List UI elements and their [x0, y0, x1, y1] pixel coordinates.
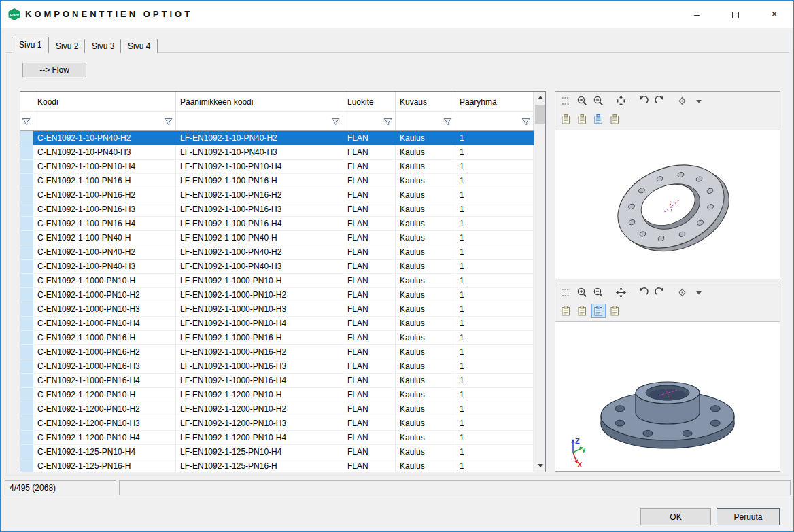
cell-luokite[interactable]: FLAN: [343, 359, 396, 374]
cell-luokite[interactable]: FLAN: [343, 388, 396, 402]
cell-paaryhma[interactable]: 1: [455, 431, 534, 445]
rotate-cw-icon[interactable]: [653, 285, 667, 300]
table-row[interactable]: C-EN1092-1-1000-PN10-H2LF-EN1092-1-1000-…: [20, 288, 534, 302]
cell-kuvaus[interactable]: Kaulus: [396, 145, 455, 160]
orbit-icon[interactable]: [675, 285, 689, 300]
view-capture-icon-4[interactable]: [608, 304, 622, 318]
cancel-button[interactable]: Peruuta: [717, 508, 780, 525]
cell-paaryhma[interactable]: 1: [455, 245, 534, 260]
cell-koodi[interactable]: C-EN1092-1-100-PN16-H: [33, 174, 176, 188]
cell-paanimikkeen-koodi[interactable]: LF-EN1092-1-10-PN40-H3: [176, 145, 343, 160]
row-selector-cell[interactable]: [20, 431, 33, 445]
cell-luokite[interactable]: FLAN: [343, 331, 396, 345]
cell-kuvaus[interactable]: Kaulus: [396, 131, 455, 145]
cell-paaryhma[interactable]: 1: [455, 274, 534, 288]
row-selector-cell[interactable]: [20, 245, 33, 260]
cell-koodi[interactable]: C-EN1092-1-1000-PN16-H3: [33, 359, 176, 374]
cell-kuvaus[interactable]: Kaulus: [396, 459, 455, 472]
filter-cell-luokite[interactable]: [343, 112, 396, 130]
cell-luokite[interactable]: FLAN: [343, 174, 396, 188]
cell-kuvaus[interactable]: Kaulus: [396, 416, 455, 431]
cell-kuvaus[interactable]: Kaulus: [396, 274, 455, 288]
row-selector-cell[interactable]: [20, 459, 33, 472]
zoom-out-icon[interactable]: [591, 94, 606, 108]
filter-cell-paaryhma[interactable]: [455, 112, 534, 130]
cell-luokite[interactable]: FLAN: [343, 160, 396, 174]
rotate-ccw-icon[interactable]: [636, 285, 651, 300]
cell-koodi[interactable]: C-EN1092-1-1200-PN10-H4: [33, 431, 176, 445]
cell-paaryhma[interactable]: 1: [455, 131, 534, 145]
column-header-koodi[interactable]: Koodi: [33, 92, 176, 112]
table-row[interactable]: C-EN1092-1-1200-PN10-H2LF-EN1092-1-1200-…: [20, 402, 534, 416]
cell-luokite[interactable]: FLAN: [343, 188, 396, 202]
rotate-cw-icon[interactable]: [653, 94, 667, 108]
table-row[interactable]: C-EN1092-1-10-PN40-H2LF-EN1092-1-10-PN40…: [20, 131, 534, 145]
row-selector-cell[interactable]: [20, 402, 33, 416]
cell-kuvaus[interactable]: Kaulus: [396, 217, 455, 231]
row-selector-cell[interactable]: [20, 359, 33, 374]
cell-kuvaus[interactable]: Kaulus: [396, 302, 455, 317]
cell-paanimikkeen-koodi[interactable]: LF-EN1092-1-1200-PN10-H2: [176, 402, 343, 416]
filter-icon[interactable]: [331, 117, 340, 129]
cell-paaryhma[interactable]: 1: [455, 459, 534, 472]
table-row[interactable]: C-EN1092-1-125-PN16-HLF-EN1092-1-125-PN1…: [20, 459, 534, 472]
cell-paaryhma[interactable]: 1: [455, 374, 534, 388]
cell-paanimikkeen-koodi[interactable]: LF-EN1092-1-100-PN10-H4: [176, 160, 343, 174]
filter-cell-selector[interactable]: [20, 112, 33, 130]
scrollbar-thumb[interactable]: [535, 105, 545, 124]
cell-koodi[interactable]: C-EN1092-1-1200-PN10-H3: [33, 416, 176, 431]
row-selector-cell[interactable]: [20, 202, 33, 217]
table-row[interactable]: C-EN1092-1-100-PN40-HLF-EN1092-1-100-PN4…: [20, 231, 534, 245]
cell-kuvaus[interactable]: Kaulus: [396, 431, 455, 445]
cell-paanimikkeen-koodi[interactable]: LF-EN1092-1-10-PN40-H2: [176, 131, 343, 145]
cell-koodi[interactable]: C-EN1092-1-1000-PN16-H4: [33, 374, 176, 388]
row-selector-cell[interactable]: [20, 131, 33, 145]
scroll-down-button[interactable]: [534, 460, 546, 472]
table-row[interactable]: C-EN1092-1-1000-PN10-H4LF-EN1092-1-1000-…: [20, 317, 534, 331]
table-row[interactable]: C-EN1092-1-1000-PN16-H4LF-EN1092-1-1000-…: [20, 374, 534, 388]
cell-paaryhma[interactable]: 1: [455, 416, 534, 431]
cell-luokite[interactable]: FLAN: [343, 431, 396, 445]
cell-luokite[interactable]: FLAN: [343, 202, 396, 217]
row-selector-cell[interactable]: [20, 260, 33, 274]
cell-paanimikkeen-koodi[interactable]: LF-EN1092-1-1000-PN16-H4: [176, 374, 343, 388]
row-selector-cell[interactable]: [20, 217, 33, 231]
zoom-out-icon[interactable]: [591, 285, 606, 300]
cell-paaryhma[interactable]: 1: [455, 160, 534, 174]
cell-kuvaus[interactable]: Kaulus: [396, 174, 455, 188]
cell-luokite[interactable]: FLAN: [343, 402, 396, 416]
cell-luokite[interactable]: FLAN: [343, 288, 396, 302]
column-header-paaryhma[interactable]: Pääryhmä: [455, 92, 534, 112]
cell-paanimikkeen-koodi[interactable]: LF-EN1092-1-100-PN16-H4: [176, 217, 343, 231]
view-capture-icon-1[interactable]: [559, 304, 573, 318]
cell-luokite[interactable]: FLAN: [343, 416, 396, 431]
close-button[interactable]: ×: [755, 1, 793, 28]
view-capture-icon-3[interactable]: [591, 304, 606, 318]
table-row[interactable]: C-EN1092-1-1000-PN16-HLF-EN1092-1-1000-P…: [20, 331, 534, 345]
preview-viewport-bottom[interactable]: Z y X: [555, 321, 780, 471]
cell-paaryhma[interactable]: 1: [455, 359, 534, 374]
cell-luokite[interactable]: FLAN: [343, 445, 396, 459]
cell-paanimikkeen-koodi[interactable]: LF-EN1092-1-1000-PN10-H2: [176, 288, 343, 302]
cell-luokite[interactable]: FLAN: [343, 302, 396, 317]
cell-kuvaus[interactable]: Kaulus: [396, 331, 455, 345]
cell-paaryhma[interactable]: 1: [455, 445, 534, 459]
row-selector-cell[interactable]: [20, 416, 33, 431]
cell-koodi[interactable]: C-EN1092-1-1000-PN16-H: [33, 331, 176, 345]
zoom-in-icon[interactable]: [575, 285, 589, 300]
row-selector-cell[interactable]: [20, 274, 33, 288]
filter-cell-koodi[interactable]: [33, 112, 176, 130]
column-header-luokite[interactable]: Luokite: [343, 92, 396, 112]
cell-paanimikkeen-koodi[interactable]: LF-EN1092-1-1000-PN16-H3: [176, 359, 343, 374]
filter-icon[interactable]: [164, 117, 173, 129]
cell-koodi[interactable]: C-EN1092-1-125-PN10-H4: [33, 445, 176, 459]
filter-icon[interactable]: [22, 117, 31, 129]
cell-paanimikkeen-koodi[interactable]: LF-EN1092-1-100-PN16-H3: [176, 202, 343, 217]
row-selector-cell[interactable]: [20, 145, 33, 160]
filter-icon[interactable]: [383, 117, 392, 129]
select-rectangle-icon[interactable]: [559, 94, 573, 108]
row-selector-cell[interactable]: [20, 231, 33, 245]
cell-kuvaus[interactable]: Kaulus: [396, 260, 455, 274]
row-selector-cell[interactable]: [20, 374, 33, 388]
cell-kuvaus[interactable]: Kaulus: [396, 345, 455, 359]
